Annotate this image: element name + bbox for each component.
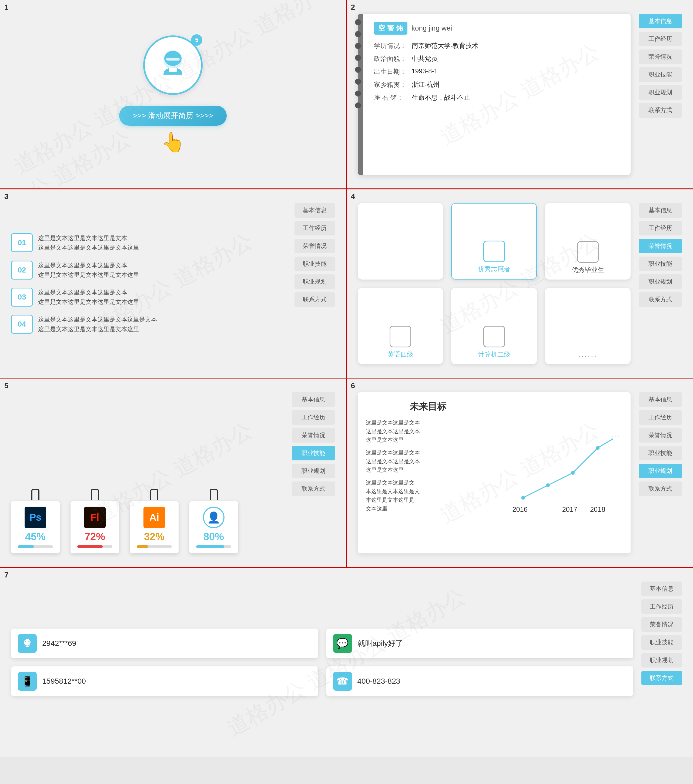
nav-plan-4[interactable]: 职业规划 bbox=[639, 274, 682, 289]
sidebar-nav-6: 基本信息 工作经历 荣誉情况 职业技能 职业规划 联系方式 bbox=[639, 392, 682, 553]
person-icon: 👤 bbox=[203, 507, 225, 528]
nav-basic-5[interactable]: 基本信息 bbox=[292, 392, 335, 407]
cert-box-empty bbox=[358, 203, 443, 280]
sidebar-nav-5: 基本信息 工作经历 荣誉情况 职业技能 职业规划 联系方式 bbox=[292, 392, 335, 553]
nav-basic-6[interactable]: 基本信息 bbox=[639, 392, 682, 407]
skill-card-fl: Fl 72% bbox=[71, 489, 119, 553]
nav-work-exp[interactable]: 工作经历 bbox=[639, 31, 682, 46]
nav-skills[interactable]: 职业技能 bbox=[639, 68, 682, 82]
nav-contact-7[interactable]: 联系方式 bbox=[641, 671, 682, 685]
nav-contact-3[interactable]: 联系方式 bbox=[294, 292, 335, 307]
nav-basic-7[interactable]: 基本信息 bbox=[641, 581, 682, 596]
card-body-other: 👤 80% bbox=[189, 501, 238, 553]
list-item: 02 这里是文本这里是文本这里是文本这里是文本这里是文本这里是文本这里 bbox=[11, 260, 286, 280]
nav-contact-4[interactable]: 联系方式 bbox=[639, 292, 682, 307]
nav-skills-4[interactable]: 职业技能 bbox=[639, 257, 682, 271]
cert-graduate-label: 优秀毕业生 bbox=[572, 265, 604, 274]
cell-4-number: 4 bbox=[351, 192, 355, 201]
motto-label: 座 右 铭： bbox=[374, 93, 406, 102]
svg-point-13 bbox=[24, 639, 31, 646]
nav-skills-3[interactable]: 职业技能 bbox=[294, 257, 335, 271]
profile-birth-row: 出生日期： 1993-8-1 bbox=[374, 68, 620, 76]
svg-point-14 bbox=[25, 641, 26, 642]
nav-contact-5[interactable]: 联系方式 bbox=[292, 481, 335, 496]
future-text-area: 未来目标 这里是文本这里是文本这里是文本这里是文本这里是文本这里 这里是文本这里… bbox=[366, 400, 490, 545]
nav-basic-info-3[interactable]: 基本信息 bbox=[294, 203, 335, 217]
cert-volunteer: 优秀志愿者 bbox=[451, 203, 537, 280]
ps-pct: 45% bbox=[25, 531, 46, 543]
nav-basic-info-4[interactable]: 基本信息 bbox=[639, 203, 682, 217]
fl-pct: 72% bbox=[85, 531, 105, 543]
nav-contact-6[interactable]: 联系方式 bbox=[639, 481, 682, 496]
nav-plan-6[interactable]: 职业规划 bbox=[639, 464, 682, 478]
nav-skill-5[interactable]: 职业技能 bbox=[292, 446, 335, 460]
notebook-rings bbox=[355, 19, 361, 109]
skills-area: Ps 45% Fl 72% bbox=[11, 392, 284, 553]
nav-plan-5[interactable]: 职业规划 bbox=[292, 464, 335, 478]
nav-plan[interactable]: 职业规划 bbox=[639, 85, 682, 100]
clip-fl bbox=[91, 489, 99, 500]
other-pct: 80% bbox=[204, 531, 224, 543]
cell-5: 道格办公 道格办公 5 Ps 45% Fl 72% bbox=[0, 379, 346, 568]
nav-honors-4[interactable]: 荣誉情况 bbox=[639, 239, 682, 253]
nav-work-7[interactable]: 工作经历 bbox=[641, 600, 682, 614]
sidebar-nav-4: 基本信息 工作经历 荣誉情况 职业技能 职业规划 联系方式 bbox=[639, 203, 682, 364]
contact-tel: ☎ 400-823-823 bbox=[326, 666, 634, 696]
item-text-01: 这里是文本这里是文本这里是文本这里是文本这里是文本这里是文本这里 bbox=[38, 233, 139, 252]
nav-work-5[interactable]: 工作经历 bbox=[292, 410, 335, 425]
other-bar bbox=[196, 545, 231, 548]
ps-logo: Ps bbox=[25, 507, 46, 528]
card-body-ps: Ps 45% bbox=[11, 501, 60, 553]
chart-area: 2016 2017 2018 ...... bbox=[498, 400, 622, 545]
nav-honors[interactable]: 荣誉情况 bbox=[639, 49, 682, 64]
cert-comp2-label: 计算机二级 bbox=[478, 350, 511, 359]
cert-graduate: 优秀毕业生 bbox=[545, 203, 631, 280]
pol-label: 政治面貌： bbox=[374, 54, 406, 63]
item-icon-01: 01 bbox=[11, 233, 33, 252]
cell-6-number: 6 bbox=[351, 382, 355, 390]
wechat-icon: 💬 bbox=[333, 634, 352, 653]
pol-value: 中共党员 bbox=[412, 54, 438, 63]
hand-icon: 👆 bbox=[161, 131, 185, 153]
home-label: 家乡籍贯： bbox=[374, 80, 406, 89]
svg-rect-2 bbox=[166, 58, 180, 61]
cell-1-number: 1 bbox=[4, 3, 9, 12]
clip-ai bbox=[150, 489, 158, 500]
nav-plan-7[interactable]: 职业规划 bbox=[641, 653, 682, 667]
ring bbox=[355, 43, 361, 49]
nav-work-exp-4[interactable]: 工作经历 bbox=[639, 221, 682, 236]
nav-honor-6[interactable]: 荣誉情况 bbox=[639, 428, 682, 443]
cell-3: 道格办公 道格办公 3 01 这里是文本这里是文本这里是文本这里是文本这里是文本… bbox=[0, 189, 346, 379]
ring bbox=[355, 79, 361, 85]
name-pinyin: kong jing wei bbox=[412, 24, 452, 33]
nav-skill-7[interactable]: 职业技能 bbox=[641, 635, 682, 650]
nav-basic-info[interactable]: 基本信息 bbox=[639, 14, 682, 28]
ai-pct: 32% bbox=[144, 531, 164, 543]
nav-honors-3[interactable]: 荣誉情况 bbox=[294, 239, 335, 253]
cert-icon bbox=[483, 326, 505, 348]
svg-point-5 bbox=[521, 496, 525, 500]
cell-3-number: 3 bbox=[4, 192, 9, 201]
list-item: 03 这里是文本这里是文本这里是文本这里是文本这里是文本这里是文本这里 bbox=[11, 288, 286, 306]
nav-work-6[interactable]: 工作经历 bbox=[639, 410, 682, 425]
nav-honor-5[interactable]: 荣誉情况 bbox=[292, 428, 335, 443]
nav-contact[interactable]: 联系方式 bbox=[639, 103, 682, 118]
ai-bar bbox=[137, 545, 172, 548]
ring bbox=[355, 91, 361, 97]
future-title: 未来目标 bbox=[366, 400, 490, 413]
profile-motto-row: 座 右 铭： 生命不息，战斗不止 bbox=[374, 93, 620, 102]
nav-honor-7[interactable]: 荣誉情况 bbox=[641, 617, 682, 632]
clip-ps bbox=[31, 489, 39, 500]
svg-point-8 bbox=[596, 446, 599, 450]
nav-work-exp-3[interactable]: 工作经历 bbox=[294, 221, 335, 236]
ps-bar bbox=[18, 545, 53, 548]
cell-7: 道格办公 道格办公 道格办公 7 2942***69 💬 就叫apily好了 bbox=[0, 568, 693, 757]
nav-plan-3[interactable]: 职业规划 bbox=[294, 274, 335, 289]
cell-5-number: 5 bbox=[4, 382, 9, 390]
avatar-icon bbox=[153, 45, 193, 86]
nav-skill-6[interactable]: 职业技能 bbox=[639, 446, 682, 460]
ai-logo: Ai bbox=[143, 507, 165, 528]
slide-button[interactable]: >>> 滑动展开简历 >>>> bbox=[119, 106, 227, 126]
skill-card-other: 👤 80% bbox=[189, 489, 238, 553]
svg-point-7 bbox=[571, 471, 575, 475]
